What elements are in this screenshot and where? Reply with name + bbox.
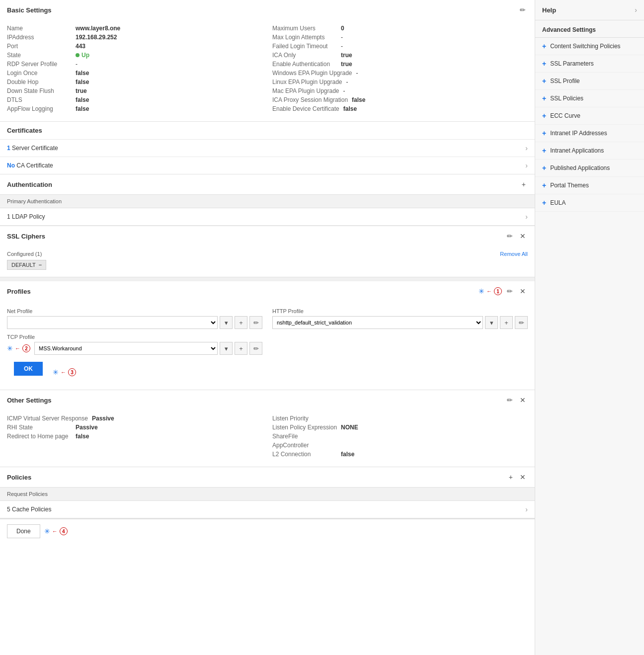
authentication-header: Authentication + xyxy=(0,174,535,194)
rp-ssl-parameters[interactable]: + SSL Parameters xyxy=(535,55,644,73)
basic-settings-left: Name www.layer8.one IPAddress 192.168.29… xyxy=(7,25,262,114)
rp-ssl-profile[interactable]: + SSL Profile xyxy=(535,73,644,90)
field-rhi: RHI State Passive xyxy=(7,424,262,431)
field-redirect: Redirect to Home page false xyxy=(7,433,262,440)
tcp-profile-edit-button[interactable]: ✏ xyxy=(249,342,262,355)
ssl-ciphers-close-button[interactable]: ✕ xyxy=(518,231,528,241)
net-profile-dropdown-button[interactable]: ▾ xyxy=(220,316,233,329)
rp-ssl-policies[interactable]: + SSL Policies xyxy=(535,90,644,107)
other-settings-close-button[interactable]: ✕ xyxy=(518,395,528,405)
rp-published-apps[interactable]: + Published Applications xyxy=(535,160,644,177)
rp-ecc-curve[interactable]: + ECC Curve xyxy=(535,107,644,125)
profiles-close-button[interactable]: ✕ xyxy=(518,286,528,296)
certificates-section: Certificates 1 Server Certificate › No C… xyxy=(0,122,535,174)
authentication-title: Authentication xyxy=(7,181,52,188)
profiles-header: Profiles ✳ ← 1 ✏ ✕ xyxy=(0,281,535,301)
http-profile-dropdown-button[interactable]: ▾ xyxy=(485,316,498,329)
field-linux-epa: Linux EPA Plugin Upgrade - xyxy=(272,79,528,85)
ssl-profile-add-icon: + xyxy=(542,77,546,85)
field-l2: L2 Connection false xyxy=(272,451,528,458)
field-max-login: Max Login Attempts - xyxy=(272,34,528,41)
other-settings-title: Other Settings xyxy=(7,397,52,404)
profiles-title: Profiles xyxy=(7,288,31,295)
basic-settings-header: Basic Settings ✏ xyxy=(0,0,535,20)
remove-all-button[interactable]: Remove All xyxy=(500,251,528,257)
net-profile-input-row: ▾ + ✏ xyxy=(7,316,262,329)
tcp-profile-add-button[interactable]: + xyxy=(235,342,247,355)
tcp-profile-dropdown-button[interactable]: ▾ xyxy=(220,342,233,355)
field-windows-epa: Windows EPA Plugin Upgrade - xyxy=(272,70,528,77)
net-profile-edit-button[interactable]: ✏ xyxy=(249,316,262,329)
ca-cert-row[interactable]: No CA Certificate › xyxy=(0,157,535,174)
basic-settings-actions: ✏ xyxy=(518,5,528,15)
net-profile-add-button[interactable]: + xyxy=(235,316,247,329)
spinner-star-icon: ✳ xyxy=(479,287,484,295)
profiles-spinner-2: ✳ ← 2 xyxy=(7,344,30,352)
spinner-2-star-icon: ✳ xyxy=(7,344,13,352)
profiles-spinner-1: ✳ ← 1 xyxy=(479,287,502,295)
rp-portal-themes[interactable]: + Portal Themes xyxy=(535,177,644,194)
net-profile-select[interactable] xyxy=(7,316,218,329)
rp-intranet-apps[interactable]: + Intranet Applications xyxy=(535,142,644,160)
tcp-profile-select[interactable]: MSS.Workaround xyxy=(34,342,218,355)
other-settings-edit-button[interactable]: ✏ xyxy=(505,395,515,405)
eula-add-icon: + xyxy=(542,199,546,207)
done-button[interactable]: Done xyxy=(7,524,40,538)
profiles-edit-button[interactable]: ✏ xyxy=(505,286,515,296)
http-profile-col: HTTP Profile nshttp_default_strict_valid… xyxy=(272,308,528,355)
field-device-cert: Enable Device Certificate false xyxy=(272,105,528,112)
policies-title: Policies xyxy=(7,474,31,481)
rp-intranet-ip[interactable]: + Intranet IP Addresses xyxy=(535,125,644,142)
basic-settings-title: Basic Settings xyxy=(7,6,52,14)
authentication-actions: + xyxy=(520,179,528,189)
right-panel-header: Help › xyxy=(535,0,644,20)
tcp-profile-input-row: ✳ ← 2 MSS.Workaround ▾ + ✏ xyxy=(7,342,262,355)
profiles-section: Profiles ✳ ← 1 ✏ ✕ Net Profile ▾ xyxy=(0,281,535,390)
profiles-ok-row: OK ✳ ← 3 xyxy=(0,362,535,390)
main-content: Basic Settings ✏ Name www.layer8.one IPA… xyxy=(0,0,535,655)
field-icmp: ICMP Virtual Server Response Passive xyxy=(7,415,262,422)
cache-policies-row[interactable]: 5 Cache Policies › xyxy=(0,501,535,518)
other-settings-left: ICMP Virtual Server Response Passive RHI… xyxy=(7,415,262,460)
ssl-policies-add-icon: + xyxy=(542,94,546,102)
rp-content-switching[interactable]: + Content Switching Policies xyxy=(535,38,644,55)
http-profile-select[interactable]: nshttp_default_strict_validation xyxy=(272,316,483,329)
done-spinner-4: ✳ ← 4 xyxy=(44,527,68,535)
field-down-state: Down State Flush true xyxy=(7,87,262,94)
other-settings-actions: ✏ ✕ xyxy=(505,395,528,405)
request-policies-label: Request Policies xyxy=(0,487,535,501)
ok-button[interactable]: OK xyxy=(14,362,43,376)
content-switching-label: Content Switching Policies xyxy=(550,43,620,50)
field-name: Name www.layer8.one xyxy=(7,25,262,32)
policies-add-button[interactable]: + xyxy=(507,472,515,482)
field-mac-epa: Mac EPA Plugin Upgrade - xyxy=(272,87,528,94)
portal-themes-add-icon: + xyxy=(542,181,546,189)
field-login-once: Login Once false xyxy=(7,70,262,77)
field-state: State Up xyxy=(7,52,262,59)
field-ip: IPAddress 192.168.29.252 xyxy=(7,34,262,41)
cipher-remove-button[interactable]: − xyxy=(39,262,42,268)
advanced-settings-title: Advanced Settings xyxy=(535,20,644,38)
http-profile-add-button[interactable]: + xyxy=(500,316,513,329)
ldap-policy-chevron: › xyxy=(525,213,528,221)
right-panel: Help › Advanced Settings + Content Switc… xyxy=(535,0,644,655)
server-cert-chevron: › xyxy=(525,144,528,152)
http-profile-edit-button[interactable]: ✏ xyxy=(515,316,528,329)
ssl-ciphers-edit-button[interactable]: ✏ xyxy=(505,231,515,241)
cipher-tag: DEFAULT − xyxy=(7,260,46,270)
help-title: Help xyxy=(542,6,556,14)
step-1-badge: 1 xyxy=(494,287,502,295)
field-ica-proxy: ICA Proxy Session Migration false xyxy=(272,96,528,103)
divider-1 xyxy=(0,277,535,281)
ldap-policy-row[interactable]: 1 LDAP Policy › xyxy=(0,208,535,226)
intranet-apps-add-icon: + xyxy=(542,147,546,155)
spinner-3-star-icon: ✳ xyxy=(53,368,59,376)
policies-close-button[interactable]: ✕ xyxy=(518,472,528,482)
help-chevron[interactable]: › xyxy=(635,6,637,14)
other-settings-section: Other Settings ✏ ✕ ICMP Virtual Server R… xyxy=(0,390,535,467)
ssl-ciphers-body: Configured (1) Remove All DEFAULT − xyxy=(0,246,535,277)
basic-settings-edit-button[interactable]: ✏ xyxy=(518,5,528,15)
server-cert-row[interactable]: 1 Server Certificate › xyxy=(0,139,535,157)
authentication-add-button[interactable]: + xyxy=(520,179,528,189)
rp-eula[interactable]: + EULA xyxy=(535,194,644,212)
